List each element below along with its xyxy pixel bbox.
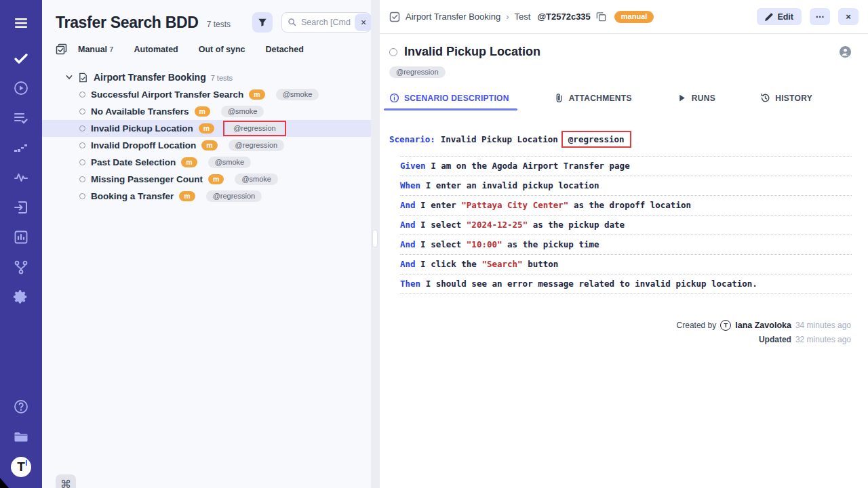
tab-scenario-description[interactable]: SCENARIO DESCRIPTION	[389, 93, 509, 110]
tab-attachments[interactable]: ATTACHMENTS	[554, 93, 632, 110]
test-tags: @regression	[389, 66, 852, 78]
test-row[interactable]: Missing Passenger Countm@smoke	[42, 171, 371, 188]
gear-icon[interactable]	[12, 287, 31, 306]
suite-row[interactable]: Airport Transfer Booking 7 tests	[42, 68, 371, 86]
breadcrumb-suite[interactable]: Airport Transfer Booking	[406, 12, 500, 22]
tests-panel-header: Trasfer Search BDD 7 tests × Manual7Auto…	[42, 0, 371, 63]
assignee-avatar-icon[interactable]	[839, 45, 852, 58]
breadcrumb-test-label: Test	[515, 12, 531, 22]
tests-count: 7 tests	[207, 20, 231, 29]
tab-automated[interactable]: Automated	[134, 45, 178, 54]
manual-mini-badge: m	[179, 191, 195, 202]
manual-mini-badge: m	[181, 157, 197, 168]
tag-pill: @regression	[229, 140, 285, 151]
manual-mini-badge: m	[199, 123, 214, 134]
test-name: Invalid Pickup Location	[91, 123, 193, 134]
tag-pill: @regression	[226, 123, 283, 134]
search-clear-button[interactable]: ×	[355, 14, 372, 31]
testomat-logo[interactable]: T	[11, 457, 31, 477]
updated-time: 32 minutes ago	[795, 335, 851, 344]
tag-pill: @regression	[389, 66, 446, 78]
author-name: Iana Zavoloka	[735, 321, 791, 330]
annotation-red-box: @regression	[223, 121, 286, 136]
tab-manual[interactable]: Manual7	[78, 45, 113, 54]
tag-pill: @smoke	[276, 89, 319, 100]
tag-pill: @smoke	[208, 157, 252, 168]
play-icon	[677, 93, 687, 103]
test-row[interactable]: Past Date Selectionm@smoke	[42, 154, 371, 171]
page-title: Trasfer Search BDD	[56, 14, 199, 32]
detail-actions: Edit ⋯ ×	[757, 8, 859, 25]
help-icon[interactable]	[12, 397, 31, 416]
test-name: Missing Passenger Count	[91, 174, 203, 184]
filter-button[interactable]	[252, 12, 273, 33]
import-icon[interactable]	[12, 198, 31, 217]
pulse-icon[interactable]	[12, 168, 31, 187]
test-row[interactable]: Successful Airport Transfer Searchm@smok…	[42, 86, 371, 103]
test-row[interactable]: Booking a Transferm@regression	[42, 188, 371, 205]
tag-pill: @regression	[206, 190, 262, 202]
detail-body: Invalid Pickup Location @regression SCEN…	[380, 34, 868, 488]
menu-icon[interactable]	[12, 14, 31, 33]
test-row[interactable]: Invalid Dropoff Locationm@regression	[42, 137, 371, 154]
scenario-description: Scenario: Invalid Pickup Location @regre…	[389, 131, 852, 294]
gherkin-step: And I select "2024-12-25" as the pickup …	[400, 216, 852, 235]
manual-mini-badge: m	[208, 174, 224, 185]
breadcrumb: Airport Transfer Booking › Test @T2572c3…	[389, 11, 654, 23]
tab-history[interactable]: HISTORY	[760, 93, 812, 110]
test-id: @T2572c335	[537, 12, 590, 22]
tests-filter-tabs: Manual7AutomatedOut of syncDetached	[56, 43, 371, 63]
breadcrumb-separator: ›	[506, 12, 509, 22]
projects-folder-icon[interactable]	[12, 427, 31, 446]
feature-file-icon	[78, 73, 88, 83]
more-button[interactable]: ⋯	[810, 8, 830, 25]
test-checkbox-icon	[389, 12, 400, 22]
gherkin-step: And I click the "Search" button	[400, 255, 852, 274]
tab-detached[interactable]: Detached	[266, 45, 304, 54]
tab-runs[interactable]: RUNS	[677, 93, 715, 110]
meta-info: Created by T Iana Zavoloka 34 minutes ag…	[389, 320, 852, 348]
sidebar: T	[0, 0, 42, 488]
edit-button[interactable]: Edit	[757, 8, 802, 25]
panel-divider[interactable]	[371, 0, 380, 488]
divider-handle[interactable]	[373, 230, 377, 247]
tab-out-of-sync[interactable]: Out of sync	[199, 45, 245, 54]
test-title: Invalid Pickup Location	[404, 45, 540, 59]
created-time: 34 minutes ago	[795, 321, 851, 330]
select-all-icon[interactable]	[56, 43, 67, 55]
gherkin-step: When I enter an invalid pickup location	[400, 176, 852, 196]
test-name: Invalid Dropoff Location	[91, 140, 196, 150]
updated-label: Updated	[759, 335, 791, 344]
suite-name: Airport Transfer Booking	[94, 72, 206, 83]
test-name: No Available Transfers	[91, 106, 189, 117]
play-circle-icon[interactable]	[12, 79, 31, 98]
tests-check-icon[interactable]	[12, 49, 31, 68]
app-root: T Trasfer Search BDD 7 tests ×	[0, 0, 868, 488]
copy-icon[interactable]	[596, 12, 606, 22]
test-detail-panel: Airport Transfer Booking › Test @T2572c3…	[380, 0, 868, 488]
test-row[interactable]: Invalid Pickup Locationm@regression	[42, 120, 371, 137]
test-status-circle	[389, 48, 397, 56]
chevron-down-icon	[66, 74, 73, 81]
test-row[interactable]: No Available Transfersm@smoke	[42, 103, 371, 120]
test-plan-icon[interactable]	[12, 108, 31, 127]
gherkin-steps: Given I am on the Agoda Airport Transfer…	[400, 156, 852, 294]
analytics-icon[interactable]	[12, 228, 31, 247]
close-button[interactable]: ×	[838, 8, 859, 25]
search-box: ×	[281, 12, 371, 33]
command-shortcut-hint[interactable]: ⌘	[56, 474, 76, 488]
scenario-name: Invalid Pickup Location	[441, 134, 558, 144]
steps-icon[interactable]	[12, 138, 31, 157]
breadcrumb-bar: Airport Transfer Booking › Test @T2572c3…	[380, 0, 868, 34]
tests-tree: Airport Transfer Booking 7 tests Success…	[42, 63, 371, 205]
scenario-keyword: Scenario:	[389, 134, 435, 144]
detail-tabs: SCENARIO DESCRIPTIONATTACHMENTSRUNSHISTO…	[389, 93, 852, 110]
info-icon	[389, 93, 399, 103]
gherkin-step: And I select "10:00" as the pickup time	[400, 235, 852, 255]
tag-pill: @smoke	[221, 106, 264, 117]
test-name: Booking a Transfer	[91, 191, 174, 201]
branch-icon[interactable]	[12, 258, 31, 277]
author-avatar: T	[720, 320, 731, 331]
manual-badge: manual	[614, 11, 654, 23]
history-icon	[760, 93, 770, 103]
